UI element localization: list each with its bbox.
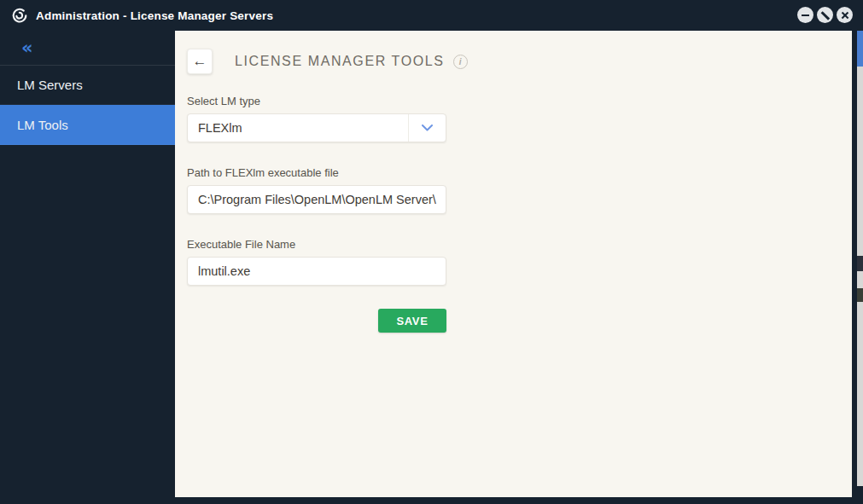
openlm-swirl-icon <box>11 7 28 24</box>
select-arrow-zone[interactable] <box>408 114 446 142</box>
app-window: Administration - License Manager Servers… <box>0 0 863 504</box>
save-button[interactable]: SAVE <box>378 309 446 333</box>
maximize-blocked-icon <box>820 11 829 20</box>
chevron-down-icon <box>422 125 433 131</box>
window-title: Administration - License Manager Servers <box>36 9 273 22</box>
sidebar-item-lm-tools[interactable]: LM Tools <box>0 105 175 145</box>
lm-type-selected-value: FLEXlm <box>188 121 408 135</box>
lm-type-label: Select LM type <box>187 95 446 107</box>
background-sliver-blue <box>857 31 863 67</box>
lm-tools-form: Select LM type FLEXlm Path to FLEXlm exe… <box>187 95 446 333</box>
path-group: Path to FLEXlm executable file <box>187 166 446 214</box>
background-sliver-segment <box>857 256 863 271</box>
page-title: LICENSE MANAGER TOOLS <box>235 54 445 69</box>
exe-name-input[interactable] <box>187 257 446 286</box>
window-controls <box>797 7 853 23</box>
back-button[interactable]: ← <box>187 49 213 74</box>
exe-name-group: Executable File Name <box>187 238 446 286</box>
main-content: ← LICENSE MANAGER TOOLS i Select LM type… <box>175 31 852 497</box>
sidebar-item-lm-servers[interactable]: LM Servers <box>0 66 175 105</box>
close-button[interactable] <box>837 7 853 23</box>
minimize-button[interactable] <box>797 7 813 23</box>
info-icon[interactable]: i <box>453 55 468 69</box>
background-window-sliver <box>857 31 863 504</box>
minimize-icon <box>802 14 809 16</box>
lm-type-select[interactable]: FLEXlm <box>187 113 446 142</box>
path-label: Path to FLEXlm executable file <box>187 166 446 179</box>
lm-type-group: Select LM type FLEXlm <box>187 95 446 142</box>
exe-name-label: Executable File Name <box>187 238 446 251</box>
maximize-button[interactable] <box>817 7 833 23</box>
titlebar: Administration - License Manager Servers <box>0 0 863 31</box>
background-sliver-segment <box>857 486 863 504</box>
sidebar-item-label: LM Tools <box>17 118 68 132</box>
sidebar: « LM Servers LM Tools <box>0 31 175 497</box>
background-sliver-segment <box>857 288 863 302</box>
sidebar-item-label: LM Servers <box>17 78 83 92</box>
sidebar-collapse-button[interactable]: « <box>21 39 33 57</box>
path-input[interactable] <box>187 185 446 214</box>
sidebar-collapse-row: « <box>0 31 175 66</box>
content-header: ← LICENSE MANAGER TOOLS i <box>187 49 852 74</box>
